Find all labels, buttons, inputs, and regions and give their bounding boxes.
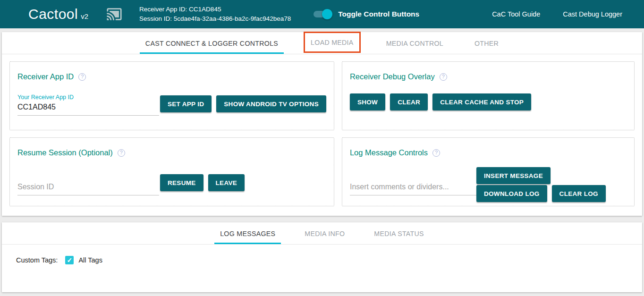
help-icon[interactable]: ? (432, 149, 440, 157)
receiver-app-id-title: Receiver App ID (17, 72, 74, 81)
custom-tags-label: Custom Tags: (16, 256, 58, 264)
help-icon[interactable]: ? (78, 73, 86, 81)
set-app-id-button[interactable]: SET APP ID (160, 95, 212, 112)
all-tags-checkbox[interactable] (65, 256, 74, 264)
receiver-debug-overlay-title: Receiver Debug Overlay (350, 72, 435, 81)
cast-debug-logger-link[interactable]: Cast Debug Logger (563, 10, 622, 18)
resume-session-panel: Resume Session (Optional) ? RESUME LEAVE (9, 137, 334, 206)
receiver-app-id-input-label: Your Receiver App ID (17, 94, 159, 101)
leave-button[interactable]: LEAVE (208, 174, 245, 191)
session-id-input[interactable] (17, 181, 159, 195)
insert-message-button[interactable]: INSERT MESSAGE (476, 167, 551, 184)
help-icon[interactable]: ? (118, 149, 125, 157)
controls-card: CAST CONNECT & LOGGER CONTROLS LOAD MEDI… (2, 32, 642, 216)
app-title: Cactool (28, 6, 78, 22)
session-id-line: Session ID: 5cdae4fa-32aa-4386-ba2c-9fac… (139, 14, 291, 24)
app-logo: Cactool v2 (28, 6, 88, 22)
receiver-app-id-line: Receiver App ID: CC1AD845 (139, 5, 291, 14)
receiver-app-id-panel: Receiver App ID ? Your Receiver App ID S… (9, 61, 334, 130)
log-message-controls-panel: Log Message Controls ? INSERT MESSAGE DO… (342, 137, 635, 206)
log-card: LOG MESSAGES MEDIA INFO MEDIA STATUS Cus… (2, 222, 642, 292)
tab-media-control[interactable]: MEDIA CONTROL (381, 32, 449, 54)
app-header: Cactool v2 Receiver App ID: CC1AD845 Ses… (0, 0, 644, 28)
toggle-label: Toggle Control Buttons (338, 10, 419, 18)
resume-button[interactable]: RESUME (160, 174, 203, 191)
all-tags-label: All Tags (78, 256, 102, 264)
show-overlay-button[interactable]: SHOW (350, 93, 385, 110)
cac-tool-guide-link[interactable]: CaC Tool Guide (492, 10, 540, 18)
tab-media-status[interactable]: MEDIA STATUS (368, 222, 430, 244)
help-icon[interactable]: ? (440, 73, 447, 81)
clear-cache-and-stop-button[interactable]: CLEAR CACHE AND STOP (432, 93, 531, 110)
tab-log-messages[interactable]: LOG MESSAGES (214, 222, 281, 244)
show-android-tv-options-button[interactable]: SHOW ANDROID TV OPTIONS (216, 95, 326, 112)
clear-overlay-button[interactable]: CLEAR (390, 93, 428, 110)
receiver-app-id-input[interactable] (17, 101, 159, 116)
receiver-debug-overlay-panel: Receiver Debug Overlay ? SHOW CLEAR CLEA… (342, 61, 635, 130)
tab-cast-connect-logger-controls[interactable]: CAST CONNECT & LOGGER CONTROLS (140, 32, 284, 54)
main-tabbar: CAST CONNECT & LOGGER CONTROLS LOAD MEDI… (2, 32, 642, 54)
control-buttons-toggle[interactable] (314, 11, 330, 17)
tab-other[interactable]: OTHER (469, 32, 504, 54)
tab-load-media[interactable]: LOAD MEDIA (304, 32, 361, 53)
toggle-knob (322, 9, 332, 19)
session-info: Receiver App ID: CC1AD845 Session ID: 5c… (139, 5, 291, 24)
download-log-button[interactable]: DOWNLOAD LOG (476, 185, 547, 202)
cast-icon (104, 6, 124, 22)
tab-media-info[interactable]: MEDIA INFO (299, 222, 350, 244)
app-version: v2 (81, 12, 88, 20)
log-message-controls-title: Log Message Controls (350, 148, 428, 157)
log-tabbar: LOG MESSAGES MEDIA INFO MEDIA STATUS (2, 222, 642, 245)
resume-session-title: Resume Session (Optional) (17, 148, 113, 157)
clear-log-button[interactable]: CLEAR LOG (552, 185, 606, 202)
